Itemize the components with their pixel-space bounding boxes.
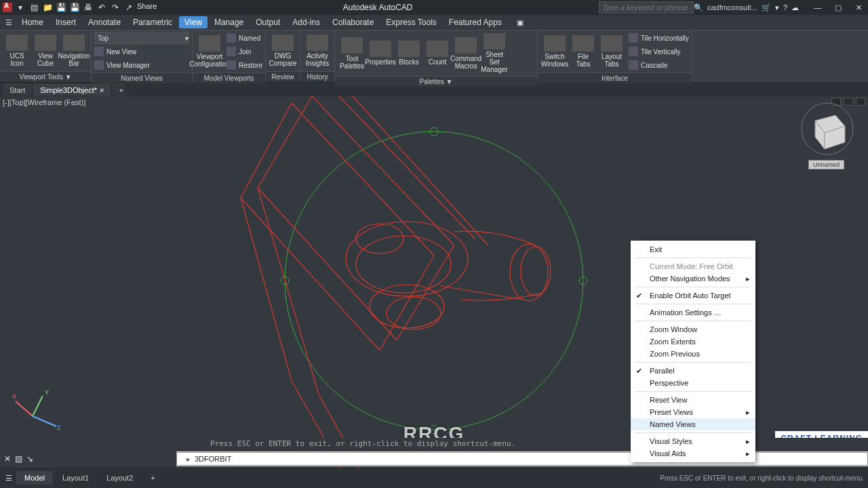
menu-output[interactable]: Output [250,16,285,28]
ribbon-join[interactable]: Join [226,45,262,58]
ribbon-sheet-set-manager[interactable]: SheetSetManager [480,32,509,75]
ribbon-count[interactable]: Count [423,39,452,67]
menu-home[interactable]: Home [16,16,49,28]
ribbon-tile-horizontally[interactable]: Tile Horizontally [629,32,689,44]
menu-express tools[interactable]: Express Tools [380,16,441,28]
ctx-named-views[interactable]: Named Views [631,418,755,430]
doc-tab-start[interactable]: Start [3,84,32,96]
layout-tab-model[interactable]: Model [16,471,53,485]
ribbon-panel-4: ActivityInsightsHistory [300,30,335,82]
ctx-visual-aids[interactable]: Visual Aids▸ [631,447,755,460]
viewcube-label[interactable]: Unnamed [808,160,844,169]
svg-point-11 [387,297,441,329]
ribbon-dwg-compare[interactable]: DWGCompare [269,33,297,68]
menu-manage[interactable]: Manage [209,16,249,28]
ribbon-navigation-bar[interactable]: NavigationBar [60,33,88,68]
ctx-exit[interactable]: Exit [631,243,755,256]
menu-featured apps[interactable]: Featured Apps [443,16,507,28]
palette-extra-icon[interactable] [524,48,534,59]
menu-collaborate[interactable]: Collaborate [327,16,379,28]
help-icon[interactable]: ? [783,3,787,12]
palette-extra-icon[interactable] [524,36,534,47]
ribbon-file-tabs[interactable]: FileTabs [569,34,597,69]
apps-icon[interactable]: ▾ [775,3,779,12]
ribbon-activity-insights[interactable]: ActivityInsights [303,33,332,68]
layout-menu-icon[interactable]: ☰ [3,472,15,484]
search-input[interactable] [599,1,694,14]
close-icon[interactable]: × [100,86,104,94]
ribbon-tool-palettes[interactable]: ToolPalettes [338,36,366,71]
minimize-button[interactable]: — [811,2,825,13]
ctx-zoom-extents[interactable]: Zoom Extents [631,336,755,348]
chevron-right-icon: ▸ [746,274,750,283]
saveas-icon[interactable]: 💾 [69,2,80,13]
ribbon-panel-2: ViewportConfigurationNamedJoinRestoreMod… [193,30,266,82]
ribbon-named[interactable]: Named [226,32,262,44]
chevron-right-icon: ▸ [746,437,750,446]
command-input[interactable]: ▸ 3DFORBIT [176,452,868,466]
cart-icon[interactable]: 🛒 [762,3,771,12]
close-button[interactable]: ✕ [852,2,865,13]
new-layout-button[interactable]: + [142,471,163,485]
view-cube[interactable]: Unnamed [800,102,854,169]
ctx-perspective[interactable]: Perspective [631,377,755,389]
save-icon[interactable]: 💾 [56,2,66,13]
cmd-recent-icon[interactable]: ↘ [26,454,33,464]
palette-extra-icon[interactable] [511,36,522,47]
maximize-button[interactable]: ▢ [831,2,845,13]
undo-icon[interactable]: ↶ [96,2,107,13]
ribbon-properties[interactable]: Properties [366,39,395,67]
menu-annotate[interactable]: Annotate [83,16,126,28]
ucs-icon[interactable]: X Y Z [12,389,66,436]
open-icon[interactable]: 📁 [42,2,53,13]
share-icon[interactable]: ↗ [123,2,134,13]
ctx-preset-views[interactable]: Preset Views▸ [631,406,755,418]
redo-icon[interactable]: ↷ [110,2,121,13]
palette-extra-icon[interactable] [524,60,534,71]
ribbon-command-macros[interactable]: CommandMacros [452,36,480,71]
svg-line-12 [33,416,56,426]
viewport[interactable]: [-][Top][Wireframe (Fast)] [0,96,868,468]
app-menu-icon[interactable]: ☰ [3,16,15,28]
ribbon-blocks[interactable]: Blocks [395,39,423,67]
search-icon[interactable]: 🔍 [694,3,703,12]
menu-add-ins[interactable]: Add-ins [287,16,326,28]
ribbon-new-view[interactable]: New View [94,45,189,58]
ctx-zoom-previous[interactable]: Zoom Previous [631,348,755,360]
ctx-other-navigation-modes[interactable]: Other Navigation Modes▸ [631,272,755,285]
ribbon-restore[interactable]: Restore [226,59,262,71]
ribbon-tile-vertically[interactable]: Tile Vertically [629,45,689,58]
ribbon-view-manager[interactable]: View Manager [94,59,189,71]
ctx-visual-styles[interactable]: Visual Styles▸ [631,435,755,447]
doc-tab-simple3dobject[interactable]: Simple3DObject*× [33,84,111,96]
ctx-zoom-window[interactable]: Zoom Window [631,323,755,336]
ribbon-viewport-configuration[interactable]: ViewportConfiguration [195,34,224,69]
new-tab-button[interactable]: + [112,84,125,96]
menu-view[interactable]: View [179,16,208,28]
ribbon-ucs-icon[interactable]: UCSIcon [3,33,31,68]
ribbon-layout-tabs[interactable]: LayoutTabs [597,34,626,69]
palette-extra-icon[interactable] [511,48,522,59]
cmd-close-icon[interactable]: ✕ [4,454,11,464]
qat-dropdown-icon[interactable]: ▾ [15,2,26,13]
view-dropdown[interactable]: Top▾ [94,32,189,44]
ctx-animation-settings-[interactable]: Animation Settings … [631,306,755,319]
new-icon[interactable]: ▤ [28,2,39,13]
ctx-parallel[interactable]: ✔Parallel [631,365,755,377]
user-label[interactable]: cadfmconsult... [707,3,757,12]
ctx-reset-view[interactable]: Reset View [631,394,755,406]
cmd-customize-icon[interactable]: ▤ [15,454,22,464]
ctx-enable-orbit-auto-target[interactable]: ✔Enable Orbit Auto Target [631,289,755,302]
layout-tab-layout1[interactable]: Layout1 [54,471,97,485]
layout-tab-layout2[interactable]: Layout2 [98,471,141,485]
menu-insert[interactable]: Insert [50,16,81,28]
ribbon-cascade[interactable]: Cascade [629,59,689,71]
palette-extra-icon[interactable] [511,60,522,71]
cloud-icon[interactable]: ☁ [791,3,799,12]
plot-icon[interactable]: 🖶 [83,2,94,13]
ribbon-view-cube[interactable]: ViewCube [31,33,60,68]
ribbon-switch-windows[interactable]: SwitchWindows [540,34,569,69]
extra-tab-icon[interactable]: ▣ [514,16,526,28]
share-label[interactable]: Share [137,2,157,13]
menu-parametric[interactable]: Parametric [127,16,178,28]
